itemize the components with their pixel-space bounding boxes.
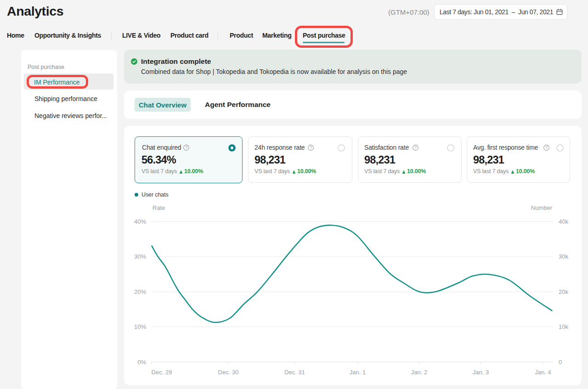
svg-text:Jan. 3: Jan. 3 [473,369,489,376]
svg-text:10%: 10% [134,323,146,330]
svg-text:10k: 10k [559,323,568,330]
svg-text:40k: 40k [559,218,568,225]
svg-text:40%: 40% [134,218,146,225]
svg-text:20%: 20% [134,288,146,295]
svg-text:Dec. 29: Dec. 29 [152,369,172,376]
svg-text:Dec. 30: Dec. 30 [218,369,239,376]
svg-text:?: ? [414,145,417,150]
svg-text:0: 0 [559,359,562,366]
svg-text:30k: 30k [559,253,568,260]
svg-text:Jan. 2: Jan. 2 [411,369,427,376]
svg-text:30%: 30% [134,253,146,260]
svg-text:Dec. 31: Dec. 31 [284,369,305,376]
svg-text:Jan. 4: Jan. 4 [535,369,551,376]
svg-text:?: ? [185,145,187,150]
svg-text:?: ? [545,145,548,150]
svg-text:?: ? [310,145,312,150]
svg-text:Number: Number [531,204,553,211]
svg-text:Jan. 1: Jan. 1 [350,369,366,376]
svg-text:20k: 20k [559,288,568,295]
svg-text:0%: 0% [137,359,146,366]
svg-text:Rate: Rate [153,204,165,211]
